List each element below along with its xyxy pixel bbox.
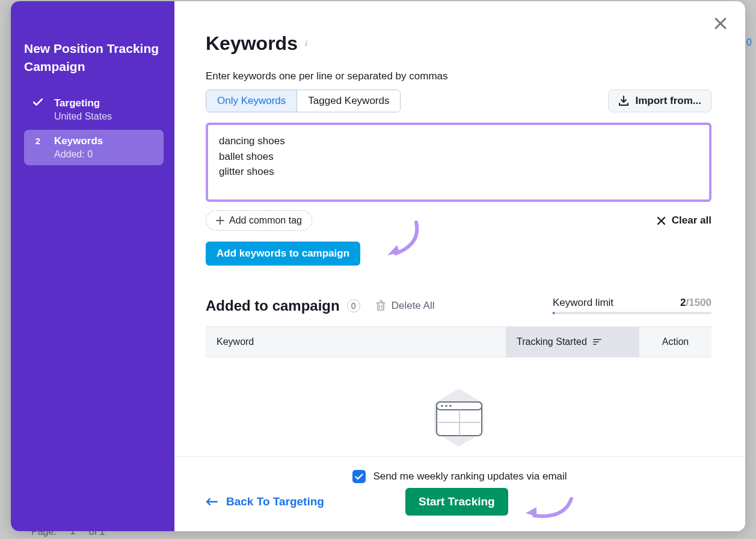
- added-title: Added to campaign: [206, 297, 340, 314]
- add-tag-label: Add common tag: [229, 215, 302, 226]
- add-keywords-row: Add keywords to campaign: [206, 242, 711, 266]
- subtitle: Enter keywords one per line or separated…: [206, 70, 711, 82]
- table-header: Keyword Tracking Started Action: [206, 326, 711, 358]
- weekly-updates-checkbox-row: Send me weekly ranking updates via email: [206, 470, 714, 483]
- annotation-arrow-icon: [511, 493, 577, 524]
- tabs-row: Only Keywords Tagged Keywords Import fro…: [206, 90, 711, 112]
- tab-only-keywords[interactable]: Only Keywords: [206, 90, 297, 112]
- step-label: Targeting: [54, 97, 112, 109]
- weekly-updates-label: Send me weekly ranking updates via email: [373, 470, 567, 483]
- th-action: Action: [639, 327, 711, 357]
- import-button[interactable]: Import from...: [608, 90, 711, 112]
- add-keywords-button[interactable]: Add keywords to campaign: [206, 242, 360, 266]
- svg-rect-1: [437, 402, 482, 410]
- step-label: Keywords: [54, 135, 103, 147]
- background-zero: 0: [746, 37, 752, 48]
- section-left: Added to campaign 0 Delete All: [206, 297, 435, 314]
- keywords-textarea[interactable]: dancing shoes ballet shoes glitter shoes: [206, 123, 711, 202]
- added-count-badge: 0: [347, 299, 360, 312]
- weekly-updates-checkbox[interactable]: [352, 470, 366, 483]
- page-title-text: Keywords: [206, 32, 298, 55]
- check-icon: [32, 99, 43, 106]
- annotation-arrow-icon: [362, 219, 428, 267]
- delete-all-button[interactable]: Delete All: [376, 300, 435, 312]
- import-label: Import from...: [635, 95, 701, 107]
- sidebar: New Position Tracking Campaign Targeting…: [11, 1, 174, 531]
- limit-label: Keyword limit: [553, 297, 613, 309]
- delete-all-label: Delete All: [392, 300, 435, 312]
- download-icon: [618, 96, 629, 106]
- trash-icon: [376, 300, 386, 311]
- tag-row: Add common tag Clear all: [206, 210, 711, 231]
- tabs: Only Keywords Tagged Keywords: [206, 90, 401, 112]
- empty-illustration: [206, 358, 711, 454]
- clear-all-button[interactable]: Clear all: [657, 215, 711, 227]
- sidebar-step-keywords[interactable]: 2 Keywords Added: 0: [24, 130, 164, 165]
- clear-label: Clear all: [672, 215, 711, 227]
- content-scroll[interactable]: Keywords i Enter keywords one per line o…: [174, 1, 745, 456]
- start-tracking-button[interactable]: Start Tracking: [405, 488, 508, 516]
- info-icon[interactable]: i: [305, 38, 307, 49]
- footer-actions: Back To Targeting Start Tracking: [206, 495, 714, 508]
- keyword-limit: Keyword limit 2/1500: [553, 297, 711, 314]
- limit-max: 1500: [689, 297, 711, 308]
- added-section-head: Added to campaign 0 Delete All Keyword l…: [206, 297, 711, 314]
- svg-point-4: [449, 405, 452, 407]
- sidebar-title: New Position Tracking Campaign: [24, 40, 164, 76]
- step-content: Targeting United States: [54, 97, 112, 122]
- th-tracking-label: Tracking Started: [517, 336, 587, 347]
- step-sublabel: United States: [54, 111, 112, 122]
- arrow-left-icon: [206, 498, 218, 506]
- add-common-tag-button[interactable]: Add common tag: [206, 210, 312, 231]
- close-button[interactable]: [714, 17, 727, 32]
- svg-point-3: [445, 405, 447, 407]
- sidebar-step-targeting[interactable]: Targeting United States: [24, 92, 164, 127]
- plus-icon: [216, 216, 224, 225]
- step-number: 2: [32, 136, 43, 146]
- page-title: Keywords i: [206, 32, 711, 55]
- limit-bar: [553, 312, 711, 314]
- main-panel: Keywords i Enter keywords one per line o…: [174, 1, 745, 531]
- tab-tagged-keywords[interactable]: Tagged Keywords: [297, 90, 400, 112]
- close-icon: [657, 216, 666, 225]
- sort-icon: [593, 338, 601, 346]
- step-sublabel: Added: 0: [54, 149, 103, 160]
- back-to-targeting-button[interactable]: Back To Targeting: [206, 495, 324, 508]
- back-label: Back To Targeting: [226, 495, 324, 508]
- footer: Send me weekly ranking updates via email…: [174, 456, 745, 531]
- step-content: Keywords Added: 0: [54, 135, 103, 160]
- svg-point-2: [441, 405, 443, 407]
- th-tracking-started[interactable]: Tracking Started: [506, 327, 639, 357]
- th-keyword: Keyword: [206, 327, 506, 357]
- modal: New Position Tracking Campaign Targeting…: [11, 1, 745, 531]
